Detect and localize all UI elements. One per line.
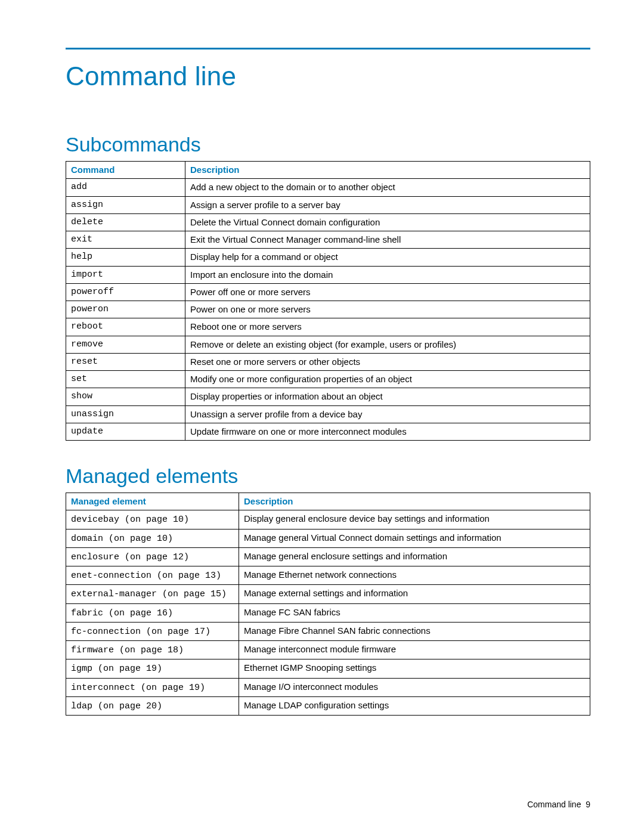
table-header-row: Managed element Description [66, 493, 590, 510]
section-heading-managed-elements: Managed elements [66, 465, 590, 488]
command-cell: poweroff [66, 283, 185, 301]
command-cell: help [66, 249, 185, 266]
table-row: fabric (on page 16)Manage FC SAN fabrics [66, 603, 590, 622]
element-command: enclosure [71, 552, 119, 562]
page-ref-suffix: ) [168, 534, 173, 544]
page-ref-suffix: ) [184, 515, 189, 525]
page-ref-suffix: ) [178, 645, 184, 655]
description-cell: Exit the Virtual Connect Manager command… [185, 231, 590, 249]
page-ref-number[interactable]: 18 [168, 645, 178, 655]
element-command: interconnect [71, 683, 135, 693]
page-ref-suffix: ) [216, 571, 221, 581]
page-title: Command line [66, 61, 590, 91]
table-row: unassignUnassign a server profile from a… [66, 405, 590, 423]
managed-elements-table: Managed element Description devicebay (o… [66, 493, 590, 716]
page-ref-number[interactable]: 19 [189, 683, 200, 693]
description-cell: Import an enclosure into the domain [185, 266, 590, 283]
page-ref-number[interactable]: 19 [146, 664, 157, 674]
managed-element-cell: interconnect (on page 19) [66, 678, 239, 696]
description-cell: Unassign a server profile from a device … [185, 405, 590, 423]
managed-element-cell: firmware (on page 18) [66, 641, 239, 659]
description-cell: Manage LDAP configuration settings [239, 696, 590, 715]
table-row: fc-connection (on page 17)Manage Fibre C… [66, 622, 590, 640]
command-cell: update [66, 423, 185, 440]
command-cell: poweron [66, 301, 185, 318]
managed-element-cell: external-manager (on page 15) [66, 585, 239, 603]
description-cell: Display help for a command or object [185, 249, 590, 266]
managed-element-cell: devicebay (on page 10) [66, 510, 239, 529]
table-row: updateUpdate firmware on one or more int… [66, 423, 590, 440]
page-ref-prefix: (on page [157, 589, 210, 599]
managed-element-cell: enclosure (on page 12) [66, 547, 239, 566]
col-header-command: Command [66, 162, 185, 179]
page-ref-number[interactable]: 16 [157, 608, 168, 618]
page-ref-number[interactable]: 12 [173, 552, 184, 562]
table-row: external-manager (on page 15)Manage exte… [66, 585, 590, 603]
table-row: addAdd a new object to the domain or to … [66, 179, 590, 196]
description-cell: Manage FC SAN fabrics [239, 603, 590, 622]
page-ref-number[interactable]: 15 [210, 589, 221, 599]
description-cell: Add a new object to the domain or to ano… [185, 179, 590, 196]
page-ref-number[interactable]: 10 [173, 515, 184, 525]
element-command: firmware [71, 645, 114, 655]
table-row: poweronPower on one or more servers [66, 301, 590, 318]
element-command: devicebay [71, 515, 119, 525]
table-row: exitExit the Virtual Connect Manager com… [66, 231, 590, 249]
command-cell: remove [66, 336, 185, 353]
table-row: enclosure (on page 12)Manage general enc… [66, 547, 590, 566]
table-row: domain (on page 10)Manage general Virtua… [66, 529, 590, 547]
command-cell: import [66, 266, 185, 283]
command-cell: show [66, 388, 185, 405]
description-cell: Reset one or more servers or other objec… [185, 353, 590, 370]
description-cell: Power on one or more servers [185, 301, 590, 318]
page-ref-prefix: (on page [135, 683, 189, 693]
command-cell: unassign [66, 405, 185, 423]
description-cell: Ethernet IGMP Snooping settings [239, 659, 590, 678]
page-ref-suffix: ) [200, 683, 205, 693]
table-row: assignAssign a server profile to a serve… [66, 196, 590, 213]
page-ref-prefix: (on page [92, 701, 146, 711]
col-header-description: Description [185, 162, 590, 179]
managed-element-cell: fabric (on page 16) [66, 603, 239, 622]
table-row: ldap (on page 20)Manage LDAP configurati… [66, 696, 590, 715]
page-ref-prefix: (on page [119, 515, 173, 525]
page-ref-number[interactable]: 10 [157, 534, 168, 544]
managed-element-cell: ldap (on page 20) [66, 696, 239, 715]
managed-element-cell: domain (on page 10) [66, 529, 239, 547]
page-ref-suffix: ) [205, 627, 210, 637]
table-row: importImport an enclosure into the domai… [66, 266, 590, 283]
description-cell: Modify one or more configuration propert… [185, 371, 590, 388]
element-command: domain [71, 534, 103, 544]
command-cell: set [66, 371, 185, 388]
page-ref-suffix: ) [168, 608, 173, 618]
table-row: interconnect (on page 19)Manage I/O inte… [66, 678, 590, 696]
description-cell: Manage Ethernet network connections [239, 566, 590, 585]
element-command: ldap [71, 701, 92, 711]
subcommands-table: Command Description addAdd a new object … [66, 161, 590, 441]
description-cell: Manage Fibre Channel SAN fabric connecti… [239, 622, 590, 640]
managed-element-cell: igmp (on page 19) [66, 659, 239, 678]
element-command: fabric [71, 608, 103, 618]
page-ref-number[interactable]: 17 [194, 627, 205, 637]
element-command: igmp [71, 664, 92, 674]
page-footer: Command line 9 [527, 800, 590, 809]
page-ref-number[interactable]: 13 [205, 571, 216, 581]
table-row: removeRemove or delete an existing objec… [66, 336, 590, 353]
description-cell: Display properties or information about … [185, 388, 590, 405]
command-cell: reboot [66, 318, 185, 336]
description-cell: Remove or delete an existing object (for… [185, 336, 590, 353]
page-ref-suffix: ) [221, 589, 227, 599]
page-ref-number[interactable]: 20 [146, 701, 157, 711]
section-heading-subcommands: Subcommands [66, 133, 590, 156]
managed-element-cell: fc-connection (on page 17) [66, 622, 239, 640]
page: Command line Subcommands Command Descrip… [0, 0, 644, 833]
managed-element-cell: enet-connection (on page 13) [66, 566, 239, 585]
footer-section-label: Command line [527, 800, 581, 809]
table-row: igmp (on page 19)Ethernet IGMP Snooping … [66, 659, 590, 678]
description-cell: Reboot one or more servers [185, 318, 590, 336]
table-row: enet-connection (on page 13)Manage Ether… [66, 566, 590, 585]
table-row: helpDisplay help for a command or object [66, 249, 590, 266]
page-ref-prefix: (on page [151, 571, 205, 581]
page-ref-prefix: (on page [103, 534, 157, 544]
page-ref-prefix: (on page [114, 645, 168, 655]
